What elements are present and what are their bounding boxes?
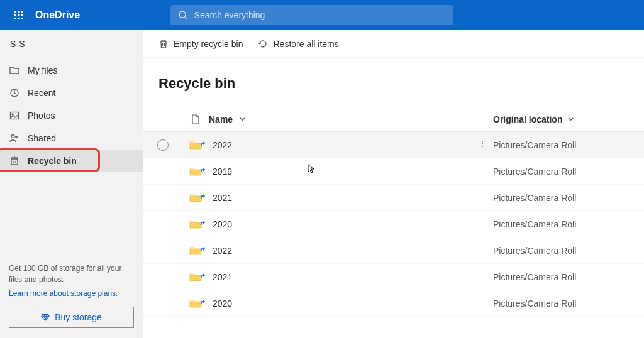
item-name: 2021 [213, 272, 232, 282]
svg-rect-8 [21, 18, 23, 19]
svg-rect-2 [21, 11, 23, 13]
svg-line-10 [185, 17, 187, 19]
shortcut-badge-icon [200, 244, 205, 249]
folder-icon [189, 140, 202, 150]
main-content: Empty recycle bin Restore all items Recy… [143, 30, 644, 338]
select-circle[interactable] [157, 139, 169, 151]
chevron-down-icon [567, 116, 574, 123]
waffle-icon [14, 10, 24, 20]
file-type-header-icon[interactable] [191, 114, 200, 124]
person-icon [9, 133, 20, 144]
image-icon [9, 110, 20, 121]
promo-link[interactable]: Learn more about storage plans. [9, 289, 118, 298]
svg-rect-4 [18, 14, 20, 16]
sidebar-item-my-files[interactable]: My files [0, 59, 143, 82]
svg-rect-6 [14, 18, 16, 19]
empty-recycle-bin-button[interactable]: Empty recycle bin [158, 39, 243, 49]
item-location: Pictures/Camera Roll [493, 298, 644, 308]
table-row[interactable]: 2020Pictures/Camera Roll [143, 211, 644, 237]
column-location-header[interactable]: Original location [493, 114, 644, 124]
sidebar-item-shared[interactable]: Shared [0, 127, 143, 150]
search-container [80, 5, 543, 25]
column-name-header[interactable]: Name [209, 114, 472, 124]
item-location: Pictures/Camera Roll [493, 219, 644, 229]
trash-icon [158, 39, 169, 49]
item-name: 2020 [213, 298, 232, 308]
page-title: Recycle bin [143, 58, 644, 107]
item-name: 2022 [213, 246, 232, 256]
item-location: Pictures/Camera Roll [493, 193, 644, 203]
restore-label: Restore all items [273, 39, 338, 49]
sidebar-item-label: Shared [28, 133, 56, 143]
shortcut-badge-icon [200, 165, 205, 170]
folder-icon [189, 193, 202, 203]
sidebar: S S My filesRecentPhotosSharedRecycle bi… [0, 30, 143, 338]
nav-list: My filesRecentPhotosSharedRecycle bin [0, 58, 143, 173]
app-launcher-button[interactable] [6, 3, 31, 28]
column-location-label: Original location [493, 114, 562, 124]
svg-point-9 [179, 11, 186, 18]
item-location: Pictures/Camera Roll [493, 140, 644, 150]
empty-label: Empty recycle bin [174, 39, 243, 49]
svg-rect-0 [14, 11, 16, 13]
buy-storage-button[interactable]: Buy storage [9, 307, 134, 328]
svg-rect-7 [18, 18, 20, 19]
folder-icon [189, 272, 202, 282]
svg-point-15 [482, 141, 483, 142]
table-row[interactable]: 2021Pictures/Camera Roll [143, 264, 644, 290]
search-input[interactable] [194, 10, 446, 20]
table-row[interactable]: 2022Pictures/Camera Roll [143, 237, 644, 264]
restore-all-button[interactable]: Restore all items [258, 39, 338, 49]
search-box[interactable] [170, 5, 453, 25]
user-label: S S [0, 30, 143, 58]
item-name: 2020 [213, 219, 232, 229]
svg-rect-5 [21, 14, 23, 16]
shortcut-badge-icon [200, 270, 205, 275]
item-location: Pictures/Camera Roll [493, 246, 644, 256]
buy-storage-label: Buy storage [55, 312, 102, 322]
item-name: 2021 [213, 193, 232, 203]
column-name-label: Name [209, 114, 233, 124]
folder-icon [189, 166, 202, 177]
table-row[interactable]: 2020Pictures/Camera Roll [143, 290, 644, 317]
svg-point-13 [12, 114, 13, 115]
svg-rect-3 [14, 14, 16, 16]
file-table: Name Original location 2022Pictures/Came… [143, 107, 644, 338]
folder-icon [189, 219, 202, 229]
sidebar-item-photos[interactable]: Photos [0, 104, 143, 127]
item-location: Pictures/Camera Roll [493, 166, 644, 177]
more-actions-button[interactable] [478, 139, 487, 150]
table-row[interactable]: 2019Pictures/Camera Roll [143, 158, 644, 185]
sidebar-item-recent[interactable]: Recent [0, 82, 143, 104]
sidebar-item-label: Photos [28, 111, 55, 121]
bin-icon [9, 155, 20, 166]
search-icon [178, 10, 188, 20]
item-name: 2019 [213, 166, 232, 177]
sidebar-item-recycle-bin[interactable]: Recycle bin [0, 150, 143, 172]
folder-icon [189, 298, 202, 308]
promo-text: Get 100 GB of storage for all your files… [9, 263, 134, 285]
brand-label: OneDrive [35, 9, 80, 21]
app-header: OneDrive [0, 0, 644, 30]
table-header: Name Original location [143, 107, 644, 132]
promo-panel: Get 100 GB of storage for all your files… [0, 256, 143, 338]
folder-icon [189, 246, 202, 256]
chevron-down-icon [239, 116, 246, 123]
svg-point-14 [11, 135, 14, 138]
diamond-icon [41, 313, 50, 322]
item-name: 2022 [213, 140, 232, 150]
folder-icon [9, 65, 20, 76]
svg-point-17 [482, 146, 483, 147]
restore-icon [258, 39, 268, 49]
svg-point-16 [482, 143, 483, 144]
sidebar-item-label: Recycle bin [28, 156, 77, 166]
table-row[interactable]: 2022Pictures/Camera Roll [143, 132, 644, 158]
shortcut-badge-icon [200, 217, 205, 222]
table-row[interactable]: 2021Pictures/Camera Roll [143, 185, 644, 211]
command-bar: Empty recycle bin Restore all items [143, 30, 644, 58]
shortcut-badge-icon [200, 297, 205, 302]
shortcut-badge-icon [200, 191, 205, 196]
sidebar-item-label: My files [28, 65, 57, 75]
sidebar-item-label: Recent [28, 88, 55, 98]
shortcut-badge-icon [200, 138, 205, 143]
